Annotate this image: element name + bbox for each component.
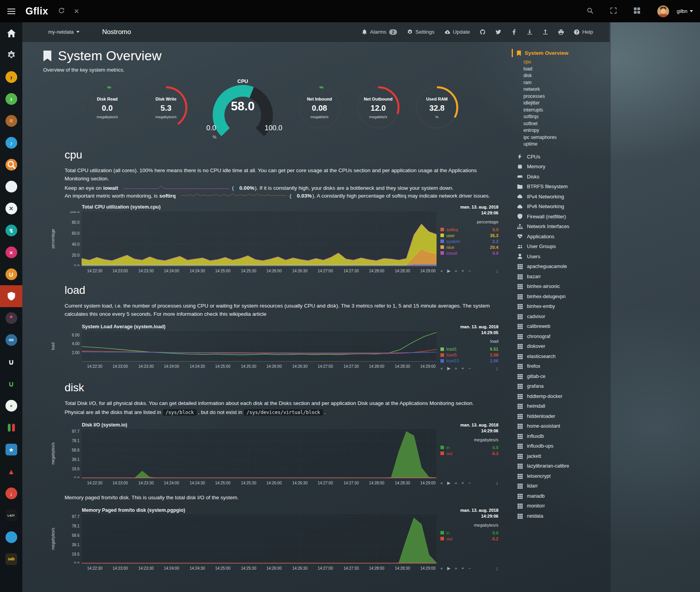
menu-app-monitorr[interactable]: monitorr bbox=[517, 501, 617, 511]
menu-btrfs-filesystem[interactable]: BTRFS filesystem bbox=[517, 182, 617, 192]
cpu-plot[interactable]: 100.080.060.040.020.00.0 bbox=[65, 211, 437, 266]
menu-app-elasticsearch[interactable]: elasticsearch bbox=[517, 352, 617, 362]
close-icon[interactable]: × bbox=[74, 7, 79, 16]
menu-app-diskover[interactable]: diskover bbox=[517, 342, 617, 352]
legend-out[interactable]: out-5.3 bbox=[440, 451, 498, 456]
gauge-cpu[interactable]: CPU58.00.0100.0% bbox=[202, 79, 284, 139]
play-button[interactable]: ▶ bbox=[447, 566, 450, 571]
resize-handle-icon[interactable]: ↕ bbox=[496, 565, 499, 571]
legend-system[interactable]: system2.3 bbox=[440, 239, 498, 244]
pan-backward-button[interactable]: « bbox=[440, 268, 443, 274]
menu-app-firefox[interactable]: firefox bbox=[517, 362, 617, 372]
resize-handle-icon[interactable]: ↕ bbox=[496, 480, 499, 486]
legend-load15[interactable]: load152.06 bbox=[440, 358, 498, 363]
legend-user[interactable]: user35.3 bbox=[440, 233, 498, 238]
menu-sub-entropy[interactable]: entropy bbox=[523, 127, 617, 134]
sidebar-app-mylar[interactable]: ● bbox=[0, 395, 22, 417]
menu-app-apacheguacamole[interactable]: apacheguacamole bbox=[517, 262, 617, 272]
sidebar-app-heimdall[interactable]: ★ bbox=[0, 439, 22, 461]
menu-memory[interactable]: Memory bbox=[517, 162, 617, 172]
legend-out[interactable]: out-5.2 bbox=[440, 536, 498, 541]
sidebar-app-app-red-down[interactable]: ↓ bbox=[0, 482, 22, 504]
disk-io-chart[interactable]: megabytes/s Disk I/O (system.io) 97.778.… bbox=[65, 422, 501, 486]
pan-forward-button[interactable]: » bbox=[455, 566, 457, 571]
sidebar-app-app-u-green[interactable]: ∪ bbox=[0, 373, 22, 395]
avatar[interactable] bbox=[657, 5, 669, 17]
menu-system-overview[interactable]: System Overview bbox=[512, 49, 617, 57]
sidebar-app-app-round-white[interactable] bbox=[0, 176, 22, 198]
sidebar-app-ubooquity[interactable]: U bbox=[0, 263, 22, 285]
zoom-out-button[interactable]: − bbox=[468, 480, 471, 486]
search-icon[interactable] bbox=[587, 7, 593, 15]
sidebar-app-library[interactable]: ≡ bbox=[0, 110, 22, 132]
menu-app-bazarr[interactable]: bazarr bbox=[517, 272, 617, 282]
menu-app-binhex-emby[interactable]: binhex-emby bbox=[517, 302, 617, 312]
play-button[interactable]: ▶ bbox=[447, 480, 450, 486]
sidebar-app-app-drop[interactable] bbox=[0, 526, 22, 548]
play-button[interactable]: ▶ bbox=[447, 366, 450, 371]
menu-app-cadvisor[interactable]: cadvisor bbox=[517, 312, 617, 322]
sidebar-app-airsonic[interactable]: ♪ bbox=[0, 132, 22, 154]
menu-app-lidarr[interactable]: lidarr bbox=[517, 481, 617, 491]
disk-io-plot[interactable]: 97.778.158.639.119.50.0 bbox=[65, 429, 437, 478]
sidebar-app-lazylibrarian[interactable]: LAZY bbox=[0, 504, 22, 526]
zoom-out-button[interactable]: − bbox=[468, 566, 471, 571]
nav-help[interactable]: Help bbox=[574, 29, 593, 35]
sidebar-app-netdata[interactable] bbox=[0, 285, 22, 307]
legend-in[interactable]: in0.0 bbox=[440, 531, 498, 535]
sidebar-app-emby[interactable]: › bbox=[0, 88, 22, 110]
nav-download[interactable] bbox=[527, 29, 532, 35]
menu-app-influxdb[interactable]: influxdb bbox=[517, 432, 617, 442]
cpu-chart[interactable]: percentage Total CPU utilization (system… bbox=[65, 204, 501, 274]
play-button[interactable]: ▶ bbox=[447, 268, 450, 274]
nav-print[interactable] bbox=[558, 29, 564, 35]
sidebar-app-app-paw[interactable]: * bbox=[0, 307, 22, 329]
menu-sub-ipc-semaphores[interactable]: ipc semaphores bbox=[523, 134, 617, 141]
menu-app-binhex-airsonic[interactable]: binhex-airsonic bbox=[517, 282, 617, 292]
menu-sub-softirqs[interactable]: softirqs bbox=[523, 113, 617, 121]
menu-app-heimdall[interactable]: heimdall bbox=[517, 401, 617, 412]
menu-sub-network[interactable]: network bbox=[523, 86, 617, 93]
memory-paged-chart[interactable]: megabytes/s Memory Paged from/to disk (s… bbox=[65, 507, 501, 571]
resize-handle-icon[interactable]: ↕ bbox=[496, 268, 499, 274]
pan-forward-button[interactable]: » bbox=[455, 268, 457, 274]
menu-app-home-assistant[interactable]: home-assistant bbox=[517, 421, 617, 432]
pan-forward-button[interactable]: » bbox=[455, 366, 457, 371]
legend-in[interactable]: in0.0 bbox=[440, 445, 498, 450]
gauge-net-outbound[interactable]: Net Outbound12.0megabits/s bbox=[355, 85, 401, 131]
zoom-out-button[interactable]: − bbox=[468, 366, 471, 371]
nav-facebook[interactable] bbox=[511, 29, 517, 35]
menu-cpus[interactable]: CPUs bbox=[517, 152, 617, 162]
zoom-in-button[interactable]: + bbox=[462, 480, 464, 486]
nav-update[interactable]: Update bbox=[445, 29, 470, 35]
menu-sub-softnet[interactable]: softnet bbox=[523, 121, 617, 128]
user-menu[interactable]: gilbn bbox=[677, 8, 693, 14]
menu-sub-ram[interactable]: ram bbox=[523, 79, 617, 86]
zoom-in-button[interactable]: + bbox=[462, 366, 464, 371]
pan-forward-button[interactable]: » bbox=[455, 480, 457, 486]
nav-upload[interactable] bbox=[543, 29, 548, 35]
pan-backward-button[interactable]: « bbox=[440, 566, 443, 571]
memory-paged-plot[interactable]: 97.778.158.639.119.50.0 bbox=[65, 515, 437, 563]
zoom-in-button[interactable]: + bbox=[462, 268, 464, 274]
sidebar-app-app-u-white[interactable]: ∪ bbox=[0, 351, 22, 373]
sidebar-app-gitlab[interactable]: ▲ bbox=[0, 461, 22, 482]
menu-app-letsencrypt[interactable]: letsencrypt bbox=[517, 471, 617, 482]
menu-app-binhex-delugevpn[interactable]: binhex-delugevpn bbox=[517, 292, 617, 302]
menu-app-calibreweb[interactable]: calibreweb bbox=[517, 322, 617, 332]
legend-load5[interactable]: load52.68 bbox=[440, 353, 498, 357]
menu-app-jackett[interactable]: jackett bbox=[517, 452, 617, 462]
sidebar-app-app-pills[interactable] bbox=[0, 417, 22, 439]
legend-load1[interactable]: load16.51 bbox=[440, 347, 498, 351]
menu-sub-processes[interactable]: processes bbox=[523, 93, 617, 100]
gauge-used-ram[interactable]: Used RAM32.8% bbox=[414, 85, 460, 131]
menu-app-gitlab-ce[interactable]: gitlab-ce bbox=[517, 372, 617, 382]
menu-sub-interrupts[interactable]: interrupts bbox=[523, 107, 617, 114]
sidebar-app-home[interactable] bbox=[0, 22, 22, 44]
menu-firewall-netfilter[interactable]: Firewall (netfilter) bbox=[517, 212, 617, 222]
nav-settings[interactable]: Settings bbox=[407, 29, 435, 35]
fullscreen-icon[interactable] bbox=[610, 7, 617, 15]
pan-backward-button[interactable]: « bbox=[440, 366, 443, 371]
menu-app-mariadb[interactable]: mariadb bbox=[517, 491, 617, 502]
menu-app-chronograf[interactable]: chronograf bbox=[517, 332, 617, 342]
